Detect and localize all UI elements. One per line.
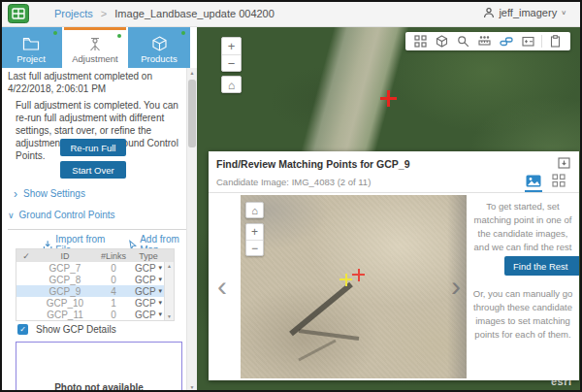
cell-id: GCP_10 <box>36 298 94 309</box>
header-type: Type <box>133 251 164 261</box>
cell-type: GCP▾ <box>133 310 164 320</box>
gcp-table: ✓ ID #Links Type GCP_7 0 GCP▾ GCP_8 0 GC… <box>16 248 175 321</box>
table-row-selected[interactable]: GCP_9 4 GCP▾ <box>16 285 174 297</box>
basemap-icon[interactable] <box>434 33 450 49</box>
cell-type: GCP▾ <box>133 275 164 285</box>
cell-links: 4 <box>94 286 133 297</box>
map-zoom-in-button[interactable]: + <box>222 38 241 54</box>
breadcrumb-current-project: Image_Landbase_update 004200 <box>114 8 275 19</box>
last-adjustment-status: Last full adjustment completed on 4/22/2… <box>8 70 186 95</box>
adjustment-panel: Last full adjustment completed on 4/22/2… <box>0 27 197 392</box>
header-links: #Links <box>94 251 133 261</box>
chevron-down-icon: ∨ <box>8 211 15 220</box>
scroll-up-icon[interactable]: ▲ <box>167 262 172 270</box>
table-scrollbar[interactable]: ▲ ▼ <box>164 262 174 320</box>
grid-view-toggle[interactable] <box>550 171 567 190</box>
table-row[interactable]: GCP_7 0 GCP▾ <box>16 262 174 274</box>
photo-not-available-text: Photo not available <box>16 382 181 392</box>
panel-title: Find/Review Matching Points for GCP_9 <box>216 158 410 170</box>
panel-scrollbar[interactable]: ▲ ▼ <box>186 68 197 392</box>
top-bar: Projects > Image_Landbase_update 004200 … <box>0 0 582 27</box>
show-gcp-details-label: Show GCP Details <box>36 324 116 335</box>
tab-products-label: Products <box>141 53 178 64</box>
scrollbar-thumb[interactable] <box>188 80 196 147</box>
table-row[interactable]: GCP_8 0 GCP▾ <box>16 274 174 285</box>
table-row[interactable]: GCP_10 1 GCP▾ <box>16 297 174 309</box>
cell-type: GCP▾ <box>133 263 164 274</box>
adjustment-icon <box>86 37 104 51</box>
status-dot-icon <box>181 31 185 35</box>
find-the-rest-button[interactable]: Find the Rest <box>504 256 579 276</box>
breadcrumb-separator: > <box>101 8 107 19</box>
app-window: + − ⌂ <box>0 0 582 392</box>
map-zoom-control: + − <box>221 37 242 72</box>
matching-point-marker-yellow <box>340 274 352 286</box>
type-dropdown-icon[interactable]: ▾ <box>159 264 163 272</box>
viewer-home-button[interactable]: ⌂ <box>245 202 264 218</box>
status-dot-icon <box>117 34 121 38</box>
pole-shadow <box>241 195 467 378</box>
app-logo-icon[interactable] <box>8 4 29 25</box>
next-image-button[interactable]: › <box>451 272 461 301</box>
gcp-links-icon[interactable] <box>499 33 515 49</box>
previous-image-button[interactable]: ‹ <box>217 272 227 301</box>
type-dropdown-icon[interactable]: ▾ <box>159 287 163 295</box>
tab-project-label: Project <box>16 53 46 64</box>
tab-products[interactable]: Products <box>128 27 190 68</box>
type-dropdown-icon[interactable]: ▾ <box>159 310 163 318</box>
search-icon[interactable] <box>455 33 471 49</box>
show-settings-link[interactable]: › Show Settings <box>14 188 85 199</box>
gcp-marker-red-cross <box>380 90 397 107</box>
grid-icon <box>552 174 566 187</box>
collapse-window-icon[interactable] <box>558 157 570 171</box>
cell-links: 1 <box>94 298 133 309</box>
cell-id: GCP_9 <box>36 286 94 297</box>
gcp-photo-placeholder: Photo not available <box>16 342 182 392</box>
candidate-image-viewer[interactable]: ⌂ + − <box>241 195 467 378</box>
breadcrumb-projects-link[interactable]: Projects <box>54 8 93 19</box>
start-over-button[interactable]: Start Over <box>60 161 126 179</box>
show-gcp-details-checkbox[interactable]: ✓ <box>17 324 28 335</box>
cell-type: GCP▾ <box>133 286 164 297</box>
cube-icon <box>151 36 168 51</box>
image-icon <box>526 175 541 187</box>
table-row[interactable]: GCP_11 0 GCP▾ <box>16 309 174 320</box>
divider <box>209 192 579 193</box>
tab-adjustment[interactable]: Adjustment <box>64 27 126 68</box>
type-dropdown-icon[interactable]: ▾ <box>159 276 163 283</box>
cell-id: GCP_7 <box>36 263 94 274</box>
tab-project[interactable]: Project <box>0 27 62 68</box>
single-image-view-toggle[interactable] <box>525 171 542 190</box>
show-settings-label: Show Settings <box>23 188 85 199</box>
scroll-down-icon[interactable]: ▼ <box>167 312 172 320</box>
viewer-zoom-out-button[interactable]: − <box>246 240 263 255</box>
image-enhancement-icon[interactable] <box>520 33 536 49</box>
person-icon <box>483 7 495 18</box>
matching-point-marker-red <box>352 269 365 281</box>
map-zoom-out-button[interactable]: − <box>222 54 241 71</box>
cell-links: 0 <box>94 263 133 274</box>
map-toolbar <box>405 32 570 50</box>
breadcrumb: Projects > Image_Landbase_update 004200 <box>54 8 275 19</box>
thumbnail-grid-icon[interactable] <box>412 33 429 49</box>
map-home-button[interactable]: ⌂ <box>221 76 242 93</box>
gcp-section-header[interactable]: ∨ Ground Control Points <box>8 210 115 220</box>
measure-icon[interactable] <box>476 33 493 49</box>
status-dot-icon <box>53 31 57 35</box>
gcp-table-header: ✓ ID #Links Type <box>16 249 174 262</box>
header-id: ID <box>36 251 94 261</box>
tab-adjustment-label: Adjustment <box>72 53 118 64</box>
tab-bar: Project Adjustment Products <box>0 27 197 68</box>
viewer-zoom-control: + − <box>245 223 264 256</box>
rerun-full-button[interactable]: Re-run Full <box>60 139 126 156</box>
type-dropdown-icon[interactable]: ▾ <box>159 299 163 307</box>
clipboard-icon[interactable] <box>547 33 564 49</box>
instruction-text-secondary: Or, you can manually go through these ca… <box>469 287 577 342</box>
user-menu[interactable]: jeff_imagery ∨ <box>483 7 566 18</box>
username: jeff_imagery <box>499 7 557 18</box>
check-column-icon: ✓ <box>16 251 36 261</box>
viewer-zoom-in-button[interactable]: + <box>246 224 263 240</box>
scroll-up-icon[interactable]: ▲ <box>187 70 197 76</box>
candidate-image-label: Candidate Image: IMG_4083 (2 of 11) <box>216 177 371 187</box>
scroll-down-icon[interactable]: ▼ <box>187 384 197 390</box>
